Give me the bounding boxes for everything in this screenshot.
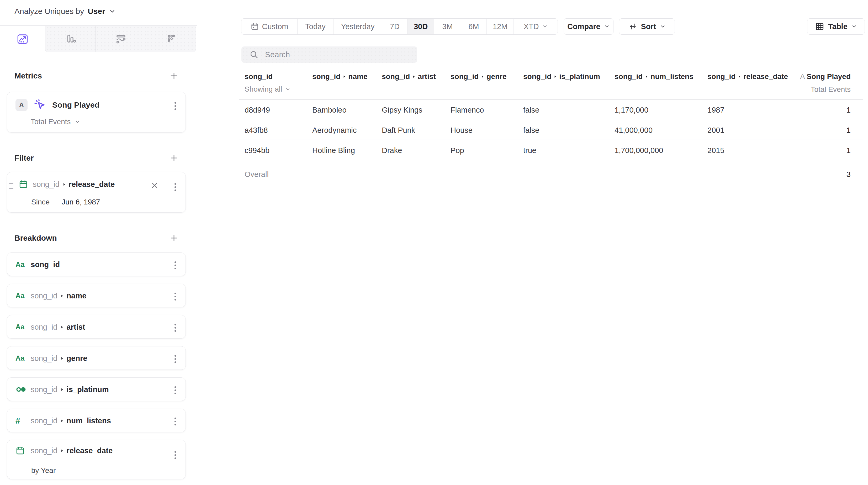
add-metric-button[interactable]	[169, 71, 179, 80]
tab-bar-chart[interactable]	[45, 26, 95, 52]
triangle-right-icon	[60, 419, 64, 423]
breakdown-kebab-menu[interactable]	[175, 418, 176, 425]
chevron-down-icon	[660, 24, 666, 29]
metric-value: 1	[800, 105, 851, 114]
bar-chart-icon	[65, 33, 76, 45]
breakdown-kebab-menu[interactable]	[175, 355, 176, 363]
date-range-12m[interactable]: 12M	[487, 19, 514, 34]
series-letter: A	[800, 72, 805, 81]
add-breakdown-button[interactable]	[169, 234, 179, 243]
column-header-metric[interactable]: A Song Played	[787, 72, 851, 81]
column-header-song-id[interactable]: song_id	[245, 72, 273, 81]
string-type-icon: Aa	[16, 292, 27, 300]
column-header-release-date[interactable]: song_id release_date	[707, 72, 788, 81]
chevron-down-icon	[851, 24, 857, 29]
search-icon	[249, 50, 259, 59]
boolean-type-icon	[16, 386, 27, 393]
calendar-icon	[251, 22, 259, 31]
date-range-yesterday[interactable]: Yesterday	[333, 19, 382, 34]
breakdown-card-name[interactable]: Aa song_id name	[7, 284, 186, 307]
calendar-icon	[16, 446, 27, 455]
tab-line-chart[interactable]	[0, 26, 45, 52]
analyze-entity-select[interactable]: User	[88, 7, 105, 16]
chevron-down-icon	[604, 24, 610, 29]
string-type-icon: Aa	[16, 261, 27, 269]
breakdown-card-artist[interactable]: Aa song_id artist	[7, 315, 186, 338]
tab-scatter[interactable]	[146, 26, 196, 52]
triangle-right-icon	[60, 294, 64, 298]
overall-label: Overall	[245, 170, 269, 179]
date-range-custom[interactable]: Custom	[241, 19, 297, 34]
table-row[interactable]: a43fb8 Aerodynamic Daft Punk House false…	[0, 120, 868, 140]
filter-operator[interactable]: Since	[31, 198, 50, 206]
date-range-30d[interactable]: 30D	[407, 19, 434, 34]
breakdown-card-genre[interactable]: Aa song_id genre	[7, 346, 186, 370]
triangle-right-icon	[481, 75, 485, 79]
line-chart-icon	[17, 33, 29, 45]
date-range-control: Custom Today Yesterday 7D 30D 3M 6M 12M …	[241, 19, 558, 35]
triangle-right-icon	[412, 75, 415, 79]
date-range-7d[interactable]: 7D	[382, 19, 407, 34]
breakdown-kebab-menu[interactable]	[175, 324, 176, 332]
number-type-icon: #	[16, 416, 27, 426]
view-type-button[interactable]: Table	[807, 19, 865, 35]
date-range-6m[interactable]: 6M	[461, 19, 487, 34]
triangle-right-icon	[60, 449, 64, 453]
triangle-right-icon	[60, 325, 64, 329]
date-range-xtd[interactable]: XTD	[514, 19, 558, 34]
tab-flow[interactable]	[95, 26, 146, 52]
overall-metric-value: 3	[800, 170, 851, 179]
overall-row: Overall 3	[0, 161, 868, 187]
chart-type-tabs	[0, 26, 197, 52]
breakdown-card-is-platinum[interactable]: song_id is_platinum	[7, 377, 186, 401]
analyze-label: Analyze Uniques by	[14, 7, 84, 16]
column-header-genre[interactable]: song_id genre	[451, 72, 507, 81]
metrics-heading: Metrics	[14, 71, 42, 80]
showing-all-select[interactable]: Showing all	[245, 85, 290, 93]
date-range-3m[interactable]: 3M	[434, 19, 461, 34]
breakdown-card-song-id[interactable]: Aa song_id	[7, 252, 186, 276]
breakdown-card-num-listens[interactable]: # song_id num_listens	[7, 408, 186, 432]
breakdown-section-header: Breakdown	[14, 234, 179, 243]
metrics-section-header: Metrics	[14, 71, 179, 80]
column-header-is-platinum[interactable]: song_id is_platinum	[523, 72, 600, 81]
breakdown-kebab-menu[interactable]	[175, 451, 176, 459]
breakdown-kebab-menu[interactable]	[175, 386, 176, 394]
filter-value[interactable]: Jun 6, 1987	[62, 198, 100, 206]
chevron-down-icon	[285, 87, 290, 92]
sort-arrows-icon	[628, 22, 638, 31]
triangle-right-icon	[645, 75, 648, 79]
scatter-dots-icon	[165, 33, 177, 45]
breakdown-card-release-date[interactable]: song_id release_date by Year	[7, 440, 186, 479]
triangle-right-icon	[60, 356, 64, 360]
triangle-right-icon	[553, 75, 557, 79]
column-header-num-listens[interactable]: song_id num_listens	[615, 72, 693, 81]
breakdown-kebab-menu[interactable]	[175, 293, 176, 301]
table-row[interactable]: c994bb Hotline Bling Drake Pop true 1,70…	[0, 140, 868, 161]
column-header-name[interactable]: song_id name	[312, 72, 368, 81]
triangle-right-icon	[738, 75, 741, 79]
metric-value: 1	[800, 126, 851, 134]
search-bar[interactable]	[241, 47, 417, 63]
string-type-icon: Aa	[16, 323, 27, 331]
string-type-icon: Aa	[16, 354, 27, 362]
compare-button[interactable]: Compare	[564, 19, 614, 35]
sort-button[interactable]: Sort	[619, 19, 675, 35]
column-header-artist[interactable]: song_id artist	[382, 72, 436, 81]
breakdown-kebab-menu[interactable]	[175, 262, 176, 269]
chevron-down-icon	[542, 24, 548, 29]
triangle-right-icon	[342, 75, 346, 79]
metric-column-subtitle: Total Events	[787, 85, 851, 94]
breakdown-bucket-select[interactable]: by Year	[31, 466, 56, 475]
breakdown-heading: Breakdown	[14, 234, 57, 243]
search-input[interactable]	[265, 50, 401, 59]
sidebar: Analyze Uniques by User	[0, 0, 198, 485]
triangle-right-icon	[60, 388, 64, 392]
table-grid-icon	[815, 22, 825, 31]
analyze-header[interactable]: Analyze Uniques by User	[14, 7, 116, 16]
flow-icon	[115, 33, 127, 45]
metric-value: 1	[800, 146, 851, 155]
table-row[interactable]: d8d949 Bamboleo Gipsy Kings Flamenco fal…	[0, 100, 868, 120]
date-range-today[interactable]: Today	[297, 19, 333, 34]
chevron-down-icon	[109, 8, 116, 15]
